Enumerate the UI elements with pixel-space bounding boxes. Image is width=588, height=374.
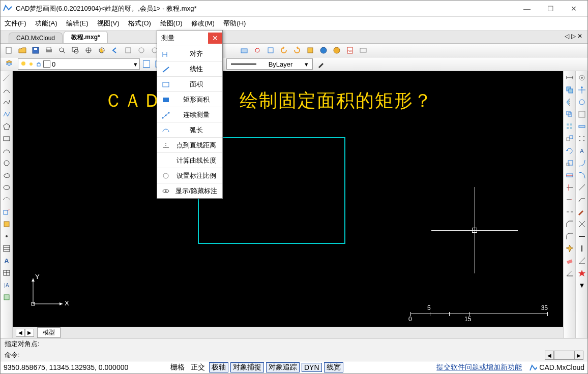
command-input[interactable] xyxy=(20,352,545,359)
measure-area[interactable]: 面积 xyxy=(157,76,222,91)
measure-curvelen[interactable]: 计算曲线长度 xyxy=(157,152,222,168)
spline-tool-icon[interactable] xyxy=(1,97,13,108)
status-feedback-link[interactable]: 提交软件问题或增加新功能 xyxy=(436,363,522,372)
revcloud-tool-icon[interactable] xyxy=(1,170,13,181)
menu-edit[interactable]: 编辑(E) xyxy=(66,19,88,27)
trim-icon[interactable] xyxy=(564,182,576,193)
status-ortho[interactable]: 正交 xyxy=(189,363,207,372)
hatch-tool-icon[interactable] xyxy=(1,243,13,254)
ellipse-arc-tool-icon[interactable] xyxy=(1,194,13,205)
tool-r10[interactable] xyxy=(358,45,369,56)
explode-icon[interactable] xyxy=(564,243,576,254)
r2-vbar-icon[interactable] xyxy=(576,243,587,254)
undo-icon[interactable] xyxy=(278,45,289,56)
minimize-button[interactable]: — xyxy=(515,1,539,16)
measure-arclen[interactable]: 弧长 xyxy=(157,122,222,137)
model-tab[interactable]: 模型 xyxy=(37,327,61,338)
r2-move-icon[interactable] xyxy=(576,84,587,96)
measure-align[interactable]: 对齐 xyxy=(157,46,222,61)
r2-leader-icon[interactable] xyxy=(576,194,587,205)
zoom-icon[interactable] xyxy=(56,45,68,56)
scale-icon[interactable] xyxy=(564,158,576,169)
measure-rectarea[interactable]: 矩形面积 xyxy=(157,91,222,107)
menu-func[interactable]: 功能(A) xyxy=(35,19,57,27)
polygon-tool-icon[interactable] xyxy=(1,121,13,132)
copy-icon[interactable] xyxy=(564,84,576,96)
status-osnap[interactable]: 对象捕捉 xyxy=(230,362,264,372)
erase-icon[interactable] xyxy=(564,255,576,266)
r2-rotate-icon[interactable] xyxy=(576,97,587,108)
tab-tutorial[interactable]: 教程.mxg* xyxy=(64,31,108,43)
color-picker[interactable] xyxy=(143,60,150,68)
zoom-window-icon[interactable] xyxy=(70,45,81,56)
r2-down-icon[interactable]: ▼ xyxy=(576,279,587,291)
point-tool-icon[interactable] xyxy=(1,231,13,242)
menu-file[interactable]: 文件(F) xyxy=(5,19,26,27)
r2-brush-icon[interactable] xyxy=(576,206,587,217)
r2-cut-icon[interactable] xyxy=(576,219,587,230)
menu-draw[interactable]: 绘图(D) xyxy=(160,19,183,27)
block-tool-icon[interactable] xyxy=(1,219,13,230)
tool-r8[interactable] xyxy=(331,45,342,56)
globe-icon[interactable] xyxy=(318,45,329,56)
dim-linear-icon[interactable] xyxy=(564,72,576,83)
mtext-tool-icon[interactable]: |A xyxy=(1,279,13,291)
arc-tool-icon[interactable] xyxy=(1,84,13,96)
status-otrack[interactable]: 对象追踪 xyxy=(266,362,300,372)
measure-point2line[interactable]: 点到直线距离 xyxy=(157,137,222,152)
menu-modify[interactable]: 修改(M) xyxy=(191,19,215,27)
layout-next[interactable]: ▶ xyxy=(25,329,34,337)
line-tool-icon[interactable] xyxy=(1,72,13,83)
table-tool-icon[interactable] xyxy=(1,267,13,278)
close-button[interactable]: ✕ xyxy=(562,1,585,16)
r2-line-icon[interactable] xyxy=(576,182,587,193)
print-icon[interactable] xyxy=(43,45,54,56)
polyline-tool-icon[interactable] xyxy=(1,109,13,120)
rect-tool-icon[interactable] xyxy=(1,133,13,144)
tool-g2[interactable] xyxy=(136,45,147,56)
tool-g1[interactable] xyxy=(123,45,134,56)
r2-ruler-icon[interactable] xyxy=(576,121,587,132)
menu-help[interactable]: 帮助(H) xyxy=(223,19,246,27)
status-cloud[interactable]: CAD.MxCloud xyxy=(529,363,584,371)
cmd-scroll-left[interactable]: ◀ xyxy=(545,351,554,360)
chamfer-icon[interactable] xyxy=(564,219,576,230)
r2-star-icon[interactable] xyxy=(576,267,587,278)
r2-grid-icon[interactable] xyxy=(576,109,587,120)
brush-icon[interactable] xyxy=(316,58,327,70)
open-icon[interactable] xyxy=(17,45,28,56)
r2-dots-icon[interactable] xyxy=(576,133,587,144)
cmd-scroll-track[interactable] xyxy=(554,351,574,360)
mirror-icon[interactable] xyxy=(564,97,576,108)
pdf-icon[interactable]: PDF xyxy=(344,45,356,56)
r2-arc1-icon[interactable] xyxy=(576,158,587,169)
layer-select[interactable]: 0 ▾ xyxy=(18,58,140,70)
tool-r3[interactable] xyxy=(265,45,276,56)
zoom-prev-icon[interactable] xyxy=(109,45,121,56)
tab-nav-controls[interactable]: ◁ ▷ ✕ xyxy=(565,33,582,40)
popup-close-button[interactable]: ✕ xyxy=(208,33,222,44)
linetype-select[interactable]: ByLayer ▾ xyxy=(226,58,313,70)
status-grid[interactable]: 栅格 xyxy=(168,363,187,372)
tool-r6[interactable] xyxy=(305,45,316,56)
tab-cloud[interactable]: CAD.MxCloud xyxy=(9,33,63,43)
measure-toggle-dim[interactable]: 显示/隐藏标注 xyxy=(157,183,222,198)
wipeout-tool-icon[interactable] xyxy=(1,292,13,303)
r2-text-icon[interactable]: A xyxy=(576,145,587,157)
fillet-icon[interactable] xyxy=(564,231,576,242)
ellipse-tool-icon[interactable] xyxy=(1,182,13,193)
break-icon[interactable] xyxy=(564,206,576,217)
move-icon[interactable] xyxy=(564,133,576,144)
rotate-icon[interactable] xyxy=(564,145,576,157)
zoom-extent-icon[interactable] xyxy=(83,45,94,56)
arc3-tool-icon[interactable] xyxy=(1,145,13,157)
status-dyn[interactable]: DYN xyxy=(302,363,322,372)
layer-manager-icon[interactable] xyxy=(4,58,15,70)
measure-continuous[interactable]: 连续测量 xyxy=(157,107,222,122)
measure-linear[interactable]: 线性 xyxy=(157,61,222,76)
stretch-icon[interactable] xyxy=(564,170,576,181)
text-tool-icon[interactable]: A xyxy=(1,255,13,266)
circle-tool-icon[interactable] xyxy=(1,158,13,169)
tool-r2[interactable] xyxy=(252,45,263,56)
r2-ang-icon[interactable] xyxy=(576,255,587,266)
